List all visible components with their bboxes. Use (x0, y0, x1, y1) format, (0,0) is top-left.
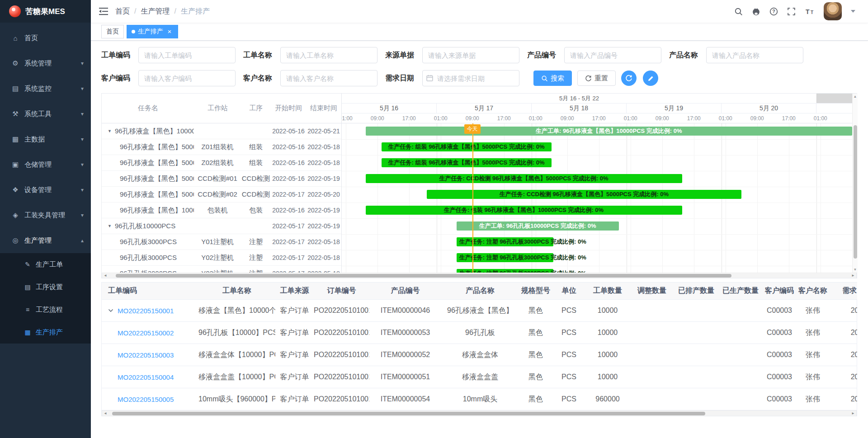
table-row[interactable]: MO20220515000296孔孔板【10000】PCS客户订单PO20220… (102, 322, 857, 344)
gantt-task-row[interactable]: 96孔移液盒【黑色】5000PCSCCD检测#01CCD检测2022-05-16… (102, 171, 341, 187)
sidebar-subitem-2[interactable]: ▤工序设置 (0, 276, 91, 298)
tab-close-icon[interactable]: × (166, 28, 173, 35)
hamburger-icon[interactable] (99, 7, 108, 15)
gantt-order-bar[interactable]: 生产工单: 96孔移液盒【黑色】10000PCS 完成比例: 0% (366, 127, 853, 136)
fullscreen-icon[interactable] (787, 7, 796, 16)
sidebar-item-7[interactable]: ❖设备管理▾ (0, 177, 91, 203)
expand-triangle-icon[interactable]: ▼ (108, 224, 112, 228)
sidebar-item-2[interactable]: ⚙系统管理▾ (0, 51, 91, 76)
gantt-task-row[interactable]: 96孔孔板3000PCSY02注塑机注塑2022-05-172022-05-18 (102, 250, 341, 266)
search-button[interactable]: 搜索 (533, 71, 572, 86)
github-icon[interactable] (752, 7, 760, 16)
text-input-工单编码[interactable] (138, 47, 236, 63)
gantt-hscroll-track[interactable] (108, 273, 850, 278)
gantt-task-bar[interactable]: 生产任务: CCD检测 96孔移液盒【黑色】5000PCS 完成比例: 0% (427, 190, 741, 199)
expand-triangle-icon[interactable]: ▼ (108, 129, 112, 133)
sidebar-item-label: 系统管理 (24, 59, 52, 68)
gantt-task-row[interactable]: 96孔孔板3000PCSY03注塑机注塑2022-05-172022-05-18 (102, 266, 341, 273)
chevron-down-icon: ▾ (81, 85, 84, 92)
tab-1[interactable]: 首页 (101, 25, 124, 38)
sidebar-item-5[interactable]: ▦主数据▾ (0, 127, 91, 152)
gantt-task-row[interactable]: 96孔孔板3000PCSY01注塑机注塑2022-05-172022-05-18 (102, 234, 341, 250)
gantt-vscroll-thumb[interactable] (854, 125, 857, 259)
refresh-schedule-button[interactable] (621, 71, 637, 86)
workstation-cell: Y01注塑机 (194, 238, 241, 246)
breadcrumb-item-1[interactable]: 首页 (115, 7, 130, 16)
page-content: 工单编码工单名称来源单据产品编号产品名称 客户编码客户名称需求日期 搜索 (91, 41, 868, 416)
sidebar-subitem-1[interactable]: ✎生产工单 (0, 253, 91, 276)
filter-input-wrap (564, 47, 661, 63)
work-order-link[interactable]: MO202205150002 (118, 329, 174, 337)
gantt-task-row[interactable]: ▼96孔移液盒【黑色】10000PCS2022-05-162022-05-21 (102, 123, 341, 139)
sidebar-item-4[interactable]: ⚒系统工具▾ (0, 101, 91, 127)
gantt-task-bar[interactable]: 生产任务: 注塑 96孔孔板3000PCS 完成比例: 0% (457, 253, 553, 262)
font-size-icon[interactable]: T T (805, 7, 815, 16)
scroll-left-icon[interactable]: ◄ (102, 273, 108, 278)
gantt-task-bar[interactable]: 生产任务: 组装 96孔移液盒【黑色】5000PCS 完成比例: 0% (382, 142, 552, 151)
caret-down-icon[interactable] (851, 10, 855, 13)
gantt-hscroll-thumb[interactable] (116, 274, 731, 278)
text-input-来源单据[interactable] (422, 47, 519, 63)
gantt-task-bar[interactable]: 生产任务: 组装 96孔移液盒【黑色】5000PCS 完成比例: 0% (382, 158, 552, 167)
text-input-产品编号[interactable] (564, 47, 661, 63)
gantt-task-bar[interactable]: 生产任务: CCD检测 96孔移液盒【黑色】5000PCS 完成比例: 0% (366, 174, 682, 183)
gantt-task-bar[interactable]: 生产任务: 注塑 96孔孔板3000PCS 完成比例: 0% (457, 237, 553, 246)
task-name-cell: 96孔孔板3000PCS (102, 269, 194, 273)
scroll-left-icon[interactable]: ◄ (102, 411, 108, 416)
gantt-task-bar[interactable]: 生产任务: 包装 96孔移液盒【黑色】10000PCS 完成比例: 0% (366, 206, 682, 215)
sidebar-item-9[interactable]: ◎生产管理▴ (0, 228, 91, 253)
table-hscroll-track[interactable] (108, 411, 850, 416)
reset-button[interactable]: 重置 (577, 71, 616, 86)
filter-field-产品名称: 产品名称 (669, 47, 803, 63)
sidebar-item-1[interactable]: ⌂首页 (0, 25, 91, 51)
sidebar-item-6[interactable]: ▣仓储管理▾ (0, 152, 91, 177)
gantt-order-bar[interactable]: 生产工单: 96孔孔板10000PCS 完成比例: 0% (457, 221, 619, 231)
gantt-task-bar[interactable]: 生产任务: 注塑 96孔孔板3000PCS 完成比例: 0% (457, 269, 553, 273)
sidebar-subitem-3[interactable]: ≡工艺流程 (0, 298, 91, 321)
gantt-task-row[interactable]: 96孔移液盒【黑色】5000PCSZ01组装机组装2022-05-162022-… (102, 139, 341, 155)
text-input-产品名称[interactable] (706, 47, 803, 63)
work-order-link[interactable]: MO202205150003 (118, 351, 174, 359)
gantt-bar-label: 生产任务: CCD检测 96孔移液盒【黑色】5000PCS 完成比例: 0% (439, 174, 608, 183)
gantt-task-row[interactable]: 96孔移液盒【黑色】5000PCSCCD检测#02CCD检测2022-05-17… (102, 187, 341, 203)
table-row[interactable]: MO202205150004移液盒盒盖【10000】PCS客户订单PO20220… (102, 366, 857, 388)
table-hscroll-thumb[interactable] (112, 412, 705, 415)
row-expand-icon[interactable] (108, 309, 113, 312)
date-input-需求日期[interactable] (422, 70, 519, 86)
tab-2[interactable]: 生产排产× (127, 25, 178, 38)
gantt-horizontal-scrollbar[interactable]: ◄ ► (102, 273, 857, 278)
table-column-header: 已排产数量 (674, 283, 718, 299)
gantt-vertical-scrollbar[interactable]: ▲ ▼ (852, 94, 858, 273)
breadcrumb-item-2[interactable]: 生产管理 (141, 7, 170, 16)
sidebar-item-8[interactable]: ◈工装夹具管理▾ (0, 203, 91, 228)
sidebar-subitem-4[interactable]: ▦生产排产 (0, 321, 91, 344)
table-horizontal-scrollbar[interactable]: ◄ ► (102, 410, 857, 416)
work-order-link[interactable]: MO202205150005 (118, 396, 174, 403)
scroll-right-icon[interactable]: ► (850, 411, 856, 416)
user-avatar[interactable] (824, 2, 842, 20)
text-input-客户名称[interactable] (280, 70, 377, 86)
text-input-客户编码[interactable] (138, 70, 236, 86)
table-row[interactable]: MO20220515000510mm吸头【960000】PCS客户订单PO202… (102, 388, 857, 410)
edit-schedule-button[interactable] (643, 71, 658, 86)
gantt-task-row[interactable]: 96孔移液盒【黑色】10000PCS包装机包装2022-05-162022-05… (102, 203, 341, 218)
end-time-cell: 2022-05-19 (306, 175, 341, 182)
scroll-right-icon[interactable]: ► (850, 273, 856, 278)
gantt-task-row[interactable]: ▼96孔孔板10000PCS2022-05-172022-05-19 (102, 218, 341, 234)
app-logo[interactable]: 苦糖果MES (0, 0, 91, 23)
table-row[interactable]: MO202205150001移液盒【黑色】10000个客户订单PO2022051… (102, 300, 857, 322)
timeline-hour-label: 09:00 (656, 113, 669, 123)
work-order-link[interactable]: MO202205150004 (118, 373, 174, 381)
scroll-up-icon[interactable]: ▲ (853, 94, 858, 99)
text-input-工单名称[interactable] (280, 47, 377, 63)
filter-input-wrap (280, 47, 377, 63)
question-icon[interactable]: ? (769, 7, 778, 16)
row-gridline (342, 139, 852, 140)
table-row[interactable]: MO202205150003移液盒盒体【10000】PCS客户订单PO20220… (102, 344, 857, 366)
gantt-task-row[interactable]: 96孔移液盒【黑色】5000PCSZ02组装机组装2022-05-162022-… (102, 155, 341, 171)
filter-label: 来源单据 (385, 51, 417, 60)
sidebar-item-3[interactable]: ▤系统监控▾ (0, 76, 91, 101)
search-icon[interactable] (734, 7, 743, 16)
work-order-link[interactable]: MO202205150001 (118, 307, 174, 315)
scroll-down-icon[interactable]: ▼ (853, 268, 858, 272)
